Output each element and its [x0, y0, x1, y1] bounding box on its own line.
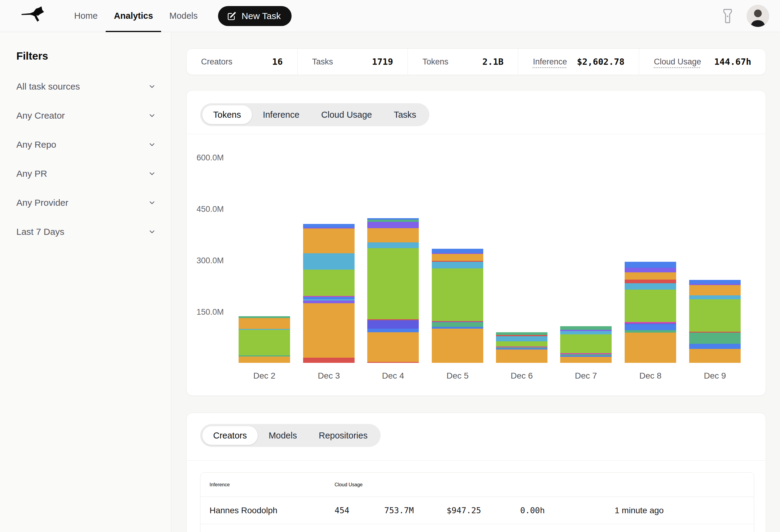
- cell-creator: Hannes Roodolph: [209, 506, 335, 515]
- bar-segment-purple: [625, 268, 676, 272]
- bar-segment-orange: [303, 228, 354, 254]
- bar-segment-green: [432, 268, 483, 321]
- bar-segment-skyblue: [367, 243, 419, 248]
- stat-tokens-value: 2.1B: [482, 57, 503, 67]
- chart-tab-tasks[interactable]: Tasks: [383, 105, 427, 124]
- bar-segment-blue: [432, 249, 483, 253]
- cell-inference: $947.25: [447, 506, 520, 515]
- flashlight-button[interactable]: [722, 8, 733, 24]
- bar-segment-green: [689, 299, 741, 332]
- bar-dec-2[interactable]: [239, 316, 290, 363]
- active-tab-underline: [106, 31, 161, 32]
- avatar-image: [747, 5, 769, 27]
- nav-link-home[interactable]: Home: [66, 0, 106, 32]
- bar-segment-orange: [303, 303, 354, 358]
- breakdown-card: Creators Models Repositories Inference C…: [186, 413, 766, 532]
- nav-link-analytics-label: Analytics: [114, 11, 153, 21]
- filters-title: Filters: [16, 50, 156, 62]
- filter-date-range[interactable]: Last 7 Days: [16, 224, 156, 240]
- avatar[interactable]: [747, 5, 769, 27]
- chevron-down-icon: [148, 170, 156, 178]
- bar-segment-blue: [625, 324, 676, 330]
- kangaroo-logo-icon: [18, 5, 51, 28]
- breakdown-tab-creators[interactable]: Creators: [202, 426, 258, 445]
- y-axis-tick-300M: 300.0M: [197, 256, 224, 265]
- table-row[interactable]: Hannes Roodolph 454 753.7M $947.25 0.00h…: [200, 497, 754, 524]
- bar-dec-8[interactable]: [625, 262, 676, 363]
- filter-creator[interactable]: Any Creator: [16, 108, 156, 123]
- bar-segment-blue: [367, 329, 419, 332]
- bar-dec-6[interactable]: [496, 332, 547, 363]
- x-axis-label-dec-2: Dec 2: [239, 371, 290, 381]
- bar-dec-5[interactable]: [432, 249, 483, 363]
- new-task-button[interactable]: New Task: [218, 6, 292, 26]
- chart-tab-tokens[interactable]: Tokens: [202, 105, 252, 124]
- bar-segment-orange: [496, 350, 547, 363]
- stat-tokens-label: Tokens: [423, 57, 448, 66]
- bar-segment-purple: [303, 301, 354, 303]
- bar-segment-skyblue: [560, 331, 612, 334]
- bar-segment-teal: [560, 326, 612, 330]
- filter-task-sources[interactable]: All task sources: [16, 79, 156, 94]
- bar-segment-orange: [560, 357, 612, 363]
- bar-segment-indigo: [367, 320, 419, 328]
- bar-segment-skyblue: [496, 336, 547, 341]
- x-axis-label-dec-6: Dec 6: [496, 371, 547, 381]
- stat-creators-label: Creators: [201, 57, 233, 66]
- bar-segment-teal: [432, 322, 483, 327]
- bar-segment-teal: [689, 332, 741, 343]
- bar-segment-red: [303, 358, 354, 363]
- nav-right-actions: [722, 5, 769, 27]
- bar-segment-orange: [239, 357, 290, 363]
- bar-segment-blue: [303, 224, 354, 228]
- filter-provider[interactable]: Any Provider: [16, 195, 156, 210]
- bar-dec-3[interactable]: [303, 224, 354, 363]
- stat-cloud-usage-label[interactable]: Cloud Usage: [654, 57, 701, 66]
- bar-segment-orange: [239, 318, 290, 329]
- bar-segment-orange: [367, 332, 419, 362]
- bar-segment-green: [560, 334, 612, 353]
- x-axis-label-dec-5: Dec 5: [432, 371, 483, 381]
- bar-segment-green: [625, 289, 676, 322]
- filter-repo[interactable]: Any Repo: [16, 137, 156, 152]
- bar-segment-skyblue: [625, 283, 676, 289]
- creators-table: Inference Cloud Usage Hannes Roodolph 45…: [200, 472, 754, 532]
- nav-link-models[interactable]: Models: [161, 0, 206, 32]
- x-axis-label-dec-3: Dec 3: [303, 371, 354, 381]
- breakdown-tab-repositories[interactable]: Repositories: [308, 426, 379, 445]
- chevron-down-icon: [148, 112, 156, 119]
- nav-link-analytics[interactable]: Analytics: [106, 0, 161, 32]
- chevron-down-icon: [148, 228, 156, 236]
- stat-inference: Inference $2,602.78: [518, 49, 639, 75]
- chevron-down-icon: [148, 141, 156, 149]
- bar-segment-blue: [625, 262, 676, 268]
- chart-tab-inference[interactable]: Inference: [252, 105, 310, 124]
- bar-segment-teal: [625, 330, 676, 332]
- filter-date-range-label: Last 7 Days: [16, 227, 64, 237]
- bar-dec-9[interactable]: [689, 280, 741, 363]
- cell-tokens: 753.7M: [384, 506, 447, 515]
- chevron-down-icon: [148, 83, 156, 91]
- flashlight-icon: [722, 8, 733, 24]
- bar-segment-green: [496, 341, 547, 347]
- table-row[interactable]: Rooviewer 440 544.3M $376.28 75.23h 3 mi…: [200, 524, 754, 532]
- stat-tasks-label: Tasks: [312, 57, 333, 66]
- stat-inference-label[interactable]: Inference: [533, 57, 567, 66]
- x-axis-label-dec-7: Dec 7: [560, 371, 612, 381]
- bar-segment-skyblue: [303, 253, 354, 269]
- breakdown-tab-models[interactable]: Models: [258, 426, 308, 445]
- kangaroo-logo[interactable]: [18, 5, 51, 28]
- stat-cloud-usage: Cloud Usage 144.67h: [639, 49, 766, 75]
- cell-cloud-usage: 0.00h: [520, 506, 615, 515]
- bar-dec-4[interactable]: [367, 218, 419, 363]
- chart-tab-cloud-usage[interactable]: Cloud Usage: [310, 105, 383, 124]
- bar-segment-skyblue: [689, 296, 741, 300]
- bar-dec-7[interactable]: [560, 326, 612, 363]
- nav-link-home-label: Home: [74, 11, 97, 21]
- card-divider: [187, 134, 766, 134]
- filter-pr[interactable]: Any PR: [16, 166, 156, 181]
- stat-cloud-usage-value: 144.67h: [714, 57, 751, 67]
- filter-creator-label: Any Creator: [16, 110, 65, 121]
- primary-nav: Home Analytics Models: [66, 0, 206, 32]
- bar-segment-blue: [689, 344, 741, 349]
